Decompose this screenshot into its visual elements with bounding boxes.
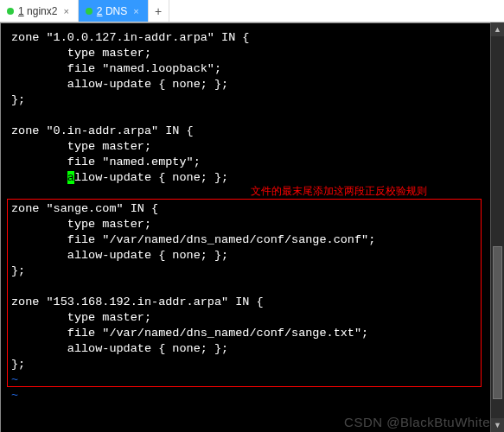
- annotation-label: 文件的最末尾添加这两段正反校验规则: [251, 184, 427, 199]
- code-line: type master;: [11, 311, 151, 324]
- vim-tilde: ~: [11, 373, 18, 386]
- status-dot-icon: [7, 8, 14, 15]
- code-line: type master;: [11, 47, 151, 60]
- tab-label: 2 DNS: [97, 5, 127, 17]
- status-dot-icon: [86, 8, 93, 15]
- code-line: allow-update { none; };: [11, 342, 228, 355]
- code-line: zone "153.168.192.in-addr.arpa" IN {: [11, 295, 264, 308]
- code-line: file "/var/named/dns_named/conf/sange.co…: [11, 233, 375, 246]
- code-line: type master;: [11, 140, 151, 153]
- cursor: a: [67, 171, 74, 184]
- code-line: file "/var/named/dns_named/conf/sange.tx…: [11, 327, 368, 340]
- add-tab-button[interactable]: +: [149, 0, 169, 22]
- code-line: zone "1.0.0.127.in-addr.arpa" IN {: [11, 31, 249, 44]
- close-icon[interactable]: ×: [131, 6, 140, 16]
- tab-dns[interactable]: 2 DNS ×: [79, 0, 149, 22]
- code-line: };: [11, 264, 25, 277]
- vertical-scrollbar[interactable]: ▲ ▼: [490, 22, 504, 432]
- code-line: };: [11, 93, 25, 106]
- scroll-track[interactable]: [491, 36, 504, 418]
- code-line: zone "sange.com" IN {: [11, 202, 158, 215]
- terminal-container: zone "1.0.0.127.in-addr.arpa" IN { type …: [0, 22, 504, 432]
- scroll-up-button[interactable]: ▲: [491, 22, 504, 36]
- code-line: allow-update { none; };: [11, 171, 228, 184]
- tab-bar: 1 nginx2 × 2 DNS × +: [0, 0, 504, 22]
- close-icon[interactable]: ×: [61, 6, 70, 16]
- tab-nginx2[interactable]: 1 nginx2 ×: [0, 0, 79, 22]
- tab-label: 1 nginx2: [18, 5, 57, 17]
- code-line: };: [11, 358, 25, 371]
- code-line: file "named.loopback";: [11, 62, 221, 75]
- code-line: allow-update { none; };: [11, 78, 228, 91]
- code-line: allow-update { none; };: [11, 249, 228, 262]
- scroll-thumb[interactable]: [493, 246, 502, 399]
- code-line: file "named.empty";: [11, 156, 201, 168]
- scroll-down-button[interactable]: ▼: [491, 418, 504, 432]
- terminal[interactable]: zone "1.0.0.127.in-addr.arpa" IN { type …: [0, 22, 504, 432]
- code-line: type master;: [11, 218, 151, 231]
- vim-tilde: ~: [11, 389, 18, 402]
- code-line: zone "0.in-addr.arpa" IN {: [11, 124, 194, 137]
